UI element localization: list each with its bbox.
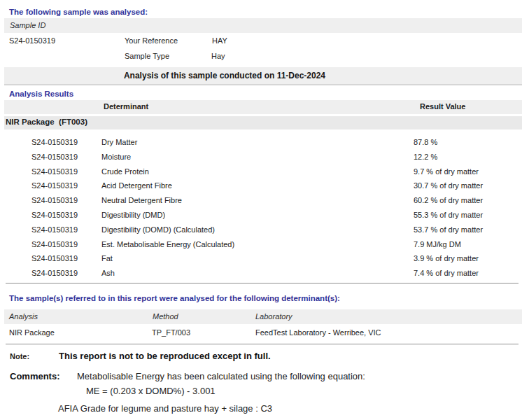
row-result-value: 12.2 % [414, 153, 437, 161]
table-row: S24-0150319 Ash 7.4 % of dry matter [0, 266, 522, 281]
table-row: S24-0150319 Crude Protein 9.7 % of dry m… [0, 164, 522, 179]
determinants-column-header-band: Analysis Method Laboratory [4, 309, 522, 324]
row-sample-id: S24-0150319 [31, 225, 78, 234]
horizontal-divider [6, 283, 519, 284]
row-sample-id: S24-0150319 [31, 196, 78, 204]
nir-package-group-band: NIR Package (FT003) [4, 116, 522, 130]
row-determinant: Crude Protein [101, 167, 149, 176]
row-determinant: Ash [101, 269, 115, 277]
sample-id-value: S24-0150319 [9, 36, 55, 45]
analysis-date-banner: Analysis of this sample conducted on 11-… [4, 67, 522, 85]
note-label: Note: [10, 352, 29, 360]
row-result-value: 3.9 % of dry matter [414, 254, 479, 262]
result-value-column-header: Result Value [420, 102, 465, 111]
method-value: TP_FT/003 [152, 328, 190, 337]
row-sample-id: S24-0150319 [31, 269, 78, 277]
analysis-results-heading: Analysis Results [9, 90, 73, 98]
nir-package-group-heading: NIR Package (FT003) [6, 118, 87, 126]
row-sample-id: S24-0150319 [31, 167, 78, 176]
results-table: S24-0150319 Dry Matter 87.8 % S24-015031… [0, 135, 522, 281]
comment-equation: ME = (0.203 x DOMD%) - 3.001 [86, 386, 216, 396]
row-determinant: Neutral Detergent Fibre [101, 196, 182, 204]
row-sample-id: S24-0150319 [31, 138, 78, 146]
laboratory-column-header: Laboratory [255, 312, 292, 321]
row-sample-id: S24-0150319 [31, 181, 78, 190]
row-sample-id: S24-0150319 [31, 240, 78, 248]
analysis-date-text: Analysis of this sample conducted on 11-… [4, 67, 445, 84]
table-row: S24-0150319 Fat 3.9 % of dry matter [0, 251, 522, 266]
row-determinant: Est. Metabolisable Energy (Calculated) [101, 240, 234, 248]
table-row: S24-0150319 Digestibility (DOMD) (Calcul… [0, 223, 522, 237]
table-row: S24-0150319 Est. Metabolisable Energy (C… [0, 237, 522, 252]
row-result-value: 7.4 % of dry matter [414, 269, 479, 277]
sample-type-value: Hay [211, 52, 225, 60]
table-row: S24-0150319 Digestibility (DMD) 55.3 % o… [0, 208, 522, 223]
determinants-section-heading: The sample(s) referred to in this report… [9, 294, 340, 302]
row-result-value: 55.3 % of dry matter [414, 211, 483, 219]
sample-id-column-label: Sample ID [10, 21, 45, 29]
intro-heading: The following sample was analysed: [9, 8, 148, 16]
your-reference-value: HAY [212, 36, 227, 45]
row-determinant: Acid Detergent Fibre [101, 181, 172, 190]
your-reference-label: Your Reference [125, 36, 178, 45]
analysis-column-header: Analysis [9, 312, 38, 321]
comments-label: Comments: [10, 371, 60, 382]
table-row: S24-0150319 Dry Matter 87.8 % [0, 135, 522, 150]
row-sample-id: S24-0150319 [31, 254, 78, 262]
row-determinant: Digestibility (DMD) [101, 211, 165, 219]
row-determinant: Moisture [101, 153, 131, 161]
laboratory-value: FeedTest Laboratory - Werribee, VIC [255, 328, 381, 337]
row-result-value: 87.8 % [414, 138, 437, 146]
row-determinant: Dry Matter [101, 138, 137, 146]
row-result-value: 30.7 % of dry matter [414, 181, 483, 190]
row-result-value: 9.7 % of dry matter [414, 167, 479, 176]
table-row: S24-0150319 Neutral Detergent Fibre 60.2… [0, 193, 522, 208]
table-row: S24-0150319 Moisture 12.2 % [0, 150, 522, 164]
row-determinant: Digestibility (DOMD) (Calculated) [101, 225, 215, 234]
horizontal-divider [6, 344, 519, 344]
analysis-value: NIR Package [9, 328, 55, 337]
comment-afia-grade: AFIA Grade for legume and pasture hay + … [58, 403, 272, 414]
row-sample-id: S24-0150319 [31, 211, 78, 219]
note-text: This report is not to be reproduced exce… [59, 351, 271, 361]
table-row: NIR Package TP_FT/003 FeedTest Laborator… [0, 328, 522, 340]
table-row: S24-0150319 Acid Detergent Fibre 30.7 % … [0, 178, 522, 193]
determinant-column-header: Determinant [104, 102, 148, 111]
results-column-header-band: Determinant Result Value [4, 100, 522, 114]
method-column-header: Method [153, 312, 178, 321]
row-result-value: 7.9 MJ/kg DM [414, 240, 461, 248]
comment-equation-intro: Metabolisable Energy has been calculated… [77, 371, 365, 382]
row-result-value: 60.2 % of dry matter [414, 196, 483, 204]
sample-type-label: Sample Type [125, 52, 169, 60]
lab-report-page: { "colors": { "heading_blue": "#333399",… [0, 0, 522, 420]
sample-id-header-band: Sample ID [4, 18, 522, 33]
row-result-value: 53.7 % of dry matter [414, 225, 483, 234]
row-determinant: Fat [101, 254, 113, 262]
row-sample-id: S24-0150319 [31, 153, 78, 161]
